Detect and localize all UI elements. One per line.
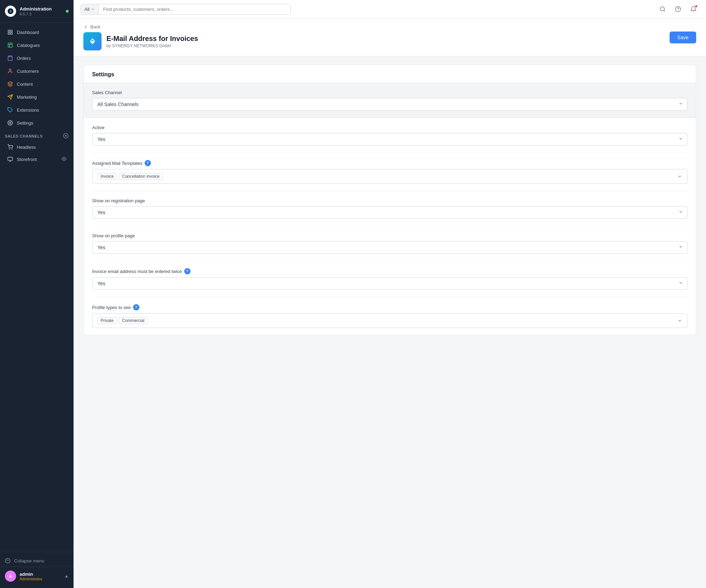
sidebar-item-label: Extensions [17, 107, 39, 113]
svg-point-7 [9, 69, 11, 71]
search-prefix-button[interactable]: All [81, 4, 99, 14]
registration-select-wrapper: Yes [92, 206, 687, 219]
sidebar-item-catalogues[interactable]: Catalogues [2, 39, 71, 51]
page-header: Back E-Mail Address for Invoices by SYNE… [74, 19, 706, 56]
profile-tags-container: Private Commercial [97, 317, 147, 324]
sidebar-item-label: Content [17, 82, 33, 87]
profile-types-field[interactable]: Private Commercial [92, 313, 687, 328]
invoice-email-label: Invoice email address must be entered tw… [92, 269, 182, 274]
invoice-email-select[interactable]: Yes [92, 277, 687, 290]
mail-templates-field[interactable]: Invoice Cancellation invoice [92, 169, 687, 184]
app-logo [5, 6, 16, 17]
sales-channels-label: Sales Channels [5, 134, 43, 138]
active-select-wrapper: Yes [92, 133, 687, 146]
profile-page-field-group: Show on profile page Yes [92, 226, 687, 261]
collapse-label: Collapse menu [14, 558, 44, 564]
topbar: All [74, 0, 706, 19]
svg-rect-2 [11, 30, 12, 32]
mail-templates-label: Assigned Mail Templates [92, 161, 143, 166]
sidebar-item-headless[interactable]: Headless [2, 141, 71, 153]
storefront-icon [7, 156, 13, 162]
svg-point-19 [63, 158, 65, 160]
sidebar-item-dashboard[interactable]: Dashboard [2, 26, 71, 38]
svg-point-14 [9, 149, 9, 149]
sidebar-item-settings[interactable]: Settings [2, 117, 71, 129]
sales-channel-select[interactable]: All Sales Channels [92, 98, 687, 111]
mail-tag-cancellation: Cancellation invoice [119, 173, 163, 180]
active-select[interactable]: Yes [92, 133, 687, 146]
profile-page-label: Show on profile page [92, 233, 135, 238]
invoice-email-field-group: Invoice email address must be entered tw… [92, 261, 687, 297]
active-label: Active [92, 125, 104, 130]
sales-channel-label: Sales Channel [92, 90, 122, 95]
channel-label: Headless [17, 145, 36, 150]
profile-types-label: Profile types to see [92, 305, 131, 310]
search-input[interactable] [99, 4, 290, 14]
plugin-title: E-Mail Address for Invoices [106, 35, 198, 43]
svg-rect-3 [11, 33, 12, 34]
svg-point-21 [660, 7, 664, 11]
mail-tags-container: Invoice Cancellation invoice [97, 173, 163, 180]
profile-page-select[interactable]: Yes [92, 241, 687, 254]
sidebar-item-storefront[interactable]: Storefront [2, 153, 71, 165]
sidebar-item-content[interactable]: Content [2, 78, 71, 90]
invoice-email-select-wrapper: Yes [92, 277, 687, 290]
svg-rect-1 [8, 30, 10, 32]
registration-select[interactable]: Yes [92, 206, 687, 219]
notifications-icon[interactable] [688, 4, 699, 15]
settings-form: Active Yes [84, 118, 696, 335]
sidebar-item-extensions[interactable]: Extensions [2, 104, 71, 116]
help-icon[interactable] [672, 4, 684, 15]
app-version: 6.5.7.3 [20, 12, 52, 16]
user-profile[interactable]: A admin Administrator ▲ [0, 567, 74, 585]
back-button[interactable]: Back [83, 24, 198, 29]
visibility-icon[interactable] [62, 156, 67, 162]
svg-point-15 [12, 149, 12, 149]
sidebar-item-customers[interactable]: Customers [2, 65, 71, 77]
sales-channels-section: Sales Channels [0, 130, 74, 141]
sidebar-item-label: Dashboard [17, 30, 39, 35]
registration-field-group: Show on registration page Yes [92, 191, 687, 226]
orders-icon [7, 55, 13, 61]
active-field-group: Active Yes [92, 118, 687, 153]
collapse-menu-button[interactable]: Collapse menu [0, 555, 74, 567]
back-label: Back [90, 24, 101, 29]
help-icon-invoice-email[interactable]: ? [184, 268, 191, 274]
sidebar-item-label: Settings [17, 120, 33, 126]
sidebar-item-label: Catalogues [17, 43, 40, 48]
search-container: All [81, 4, 291, 15]
sidebar-item-label: Marketing [17, 94, 37, 100]
help-icon-profile-types[interactable]: ? [133, 304, 139, 310]
sidebar-item-orders[interactable]: Orders [2, 52, 71, 64]
topbar-actions [657, 4, 699, 15]
plugin-author: by SYNERGY NETWORKS GmbH [106, 43, 198, 48]
sidebar-item-label: Orders [17, 56, 31, 61]
sidebar-item-marketing[interactable]: Marketing [2, 91, 71, 103]
extensions-icon [7, 107, 13, 113]
online-indicator [66, 10, 69, 13]
svg-point-10 [9, 122, 11, 124]
dashboard-icon [7, 29, 13, 35]
main-content: All Back [74, 0, 706, 588]
svg-rect-16 [8, 157, 12, 160]
user-menu-chevron: ▲ [64, 574, 69, 579]
settings-icon [7, 120, 13, 126]
mail-templates-field-group: Assigned Mail Templates ? Invoice Cancel… [92, 153, 687, 191]
sidebar-header: Administration 6.5.7.3 [0, 0, 74, 23]
plugin-icon [83, 32, 102, 50]
registration-label: Show on registration page [92, 198, 145, 203]
add-sales-channel-button[interactable] [63, 133, 69, 139]
mail-tag-invoice: Invoice [97, 173, 117, 180]
profile-tag-private: Private [97, 317, 117, 324]
avatar: A [5, 570, 16, 582]
settings-card-title: Settings [84, 65, 696, 83]
profile-page-select-wrapper: Yes [92, 241, 687, 254]
sidebar: Administration 6.5.7.3 Dashboard Catalog… [0, 0, 74, 588]
dropdown-arrow-icon [677, 174, 682, 179]
headless-icon [7, 144, 13, 150]
save-button[interactable]: Save [670, 31, 696, 43]
page-content: Back E-Mail Address for Invoices by SYNE… [74, 19, 706, 588]
help-icon-mail[interactable]: ? [145, 160, 151, 166]
channel-label: Storefront [17, 157, 37, 162]
search-icon[interactable] [657, 4, 668, 15]
